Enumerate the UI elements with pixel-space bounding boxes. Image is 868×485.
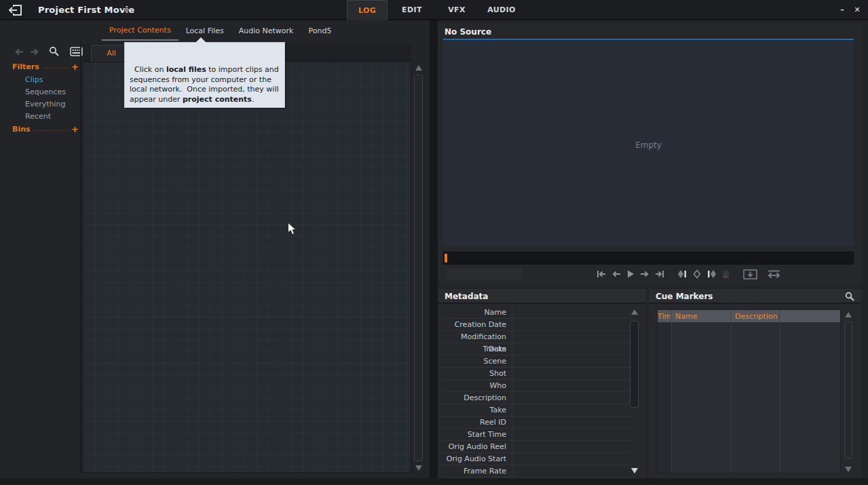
metadata-field-value[interactable] [512,319,631,330]
filter-item[interactable]: Clips [25,75,78,85]
metadata-field-value[interactable] [512,465,631,477]
local-files-tooltip: Click on local files to import clips and… [124,42,285,108]
bins-title[interactable]: Bins [12,125,31,134]
search-icon[interactable] [49,46,60,57]
keep-clip-icon[interactable] [721,269,731,279]
metadata-panel: Metadata Name Creation Date Modification… [438,289,646,478]
scrollbar-thumb[interactable] [414,75,423,461]
browser-tab[interactable]: Pond5 [301,23,339,41]
metadata-field-value[interactable] [512,429,631,440]
metadata-field-label: Modification Date [442,331,512,343]
filters-title[interactable]: Filters [12,62,39,71]
window-bottom-edge [0,478,868,485]
content-scrollbar[interactable] [413,64,424,472]
metadata-field-value[interactable] [512,392,631,404]
cue-markers-scrollbar[interactable] [843,311,854,473]
metadata-field-value[interactable] [512,307,631,318]
room-tab[interactable]: AUDIO [481,0,522,20]
metadata-field-value[interactable] [512,441,631,452]
metadata-row: Who [442,380,631,392]
playhead-marker[interactable] [445,254,447,263]
scrollbar-thumb[interactable] [844,322,852,459]
project-menu-caret-icon[interactable] [123,9,130,13]
metadata-field-value[interactable] [512,331,631,343]
scrollbar-thumb[interactable] [630,321,639,408]
scroll-down-icon[interactable] [845,467,852,472]
cue-column-label: Timecode [658,312,671,321]
back-arrow-icon[interactable] [14,47,24,56]
window-controls: – ✕ [837,0,863,20]
filters-group-header: Filters + [12,62,79,72]
exit-project-button[interactable] [7,3,23,17]
metadata-field-label: Start Time [442,429,512,440]
room-tab[interactable]: LOG [347,0,388,20]
metadata-row: Creation Date [442,319,631,331]
add-bin-button[interactable]: + [71,125,79,134]
metadata-field-value[interactable] [512,343,631,355]
filter-item[interactable]: Recent [25,111,78,122]
metadata-rows: Name Creation Date Modification Date Tra… [442,307,631,478]
column-divider [671,323,672,473]
metadata-title: Metadata [445,292,488,301]
scroll-down-icon[interactable] [415,465,422,471]
browser-toolbar [14,45,83,58]
forward-arrow-icon[interactable] [30,47,40,56]
metadata-field-value[interactable] [512,368,631,379]
filter-item-label: Everything [25,100,66,109]
send-to-timeline-icon[interactable] [743,269,757,279]
metadata-field-label: Description [442,392,512,404]
fit-width-icon[interactable] [767,269,781,279]
step-forward-icon[interactable] [639,269,650,279]
scroll-up-icon[interactable] [631,309,638,315]
metadata-field-value[interactable] [512,404,631,416]
room-tab[interactable]: VFX [436,0,477,20]
project-contents-area[interactable] [83,62,411,473]
filter-item[interactable]: Sequences [25,87,78,98]
add-filter-button[interactable]: + [71,62,79,71]
dotted-leader [42,68,69,69]
browser-tab-label: Local Files [186,26,224,35]
metadata-field-label: Reel ID [442,416,512,428]
room-tab[interactable]: EDIT [392,0,432,20]
scroll-down-icon[interactable] [631,468,638,473]
main-room-tabs: LOG EDIT VFX AUDIO [347,0,522,20]
metadata-scrollbar[interactable] [628,308,640,475]
go-to-end-icon[interactable] [654,269,665,279]
step-back-icon[interactable] [611,269,622,279]
mark-in-icon[interactable] [677,269,687,279]
cue-column-header[interactable]: Description [731,310,780,322]
browser-tab[interactable]: Audio Network [231,23,301,41]
add-marker-icon[interactable] [692,269,702,279]
close-button[interactable]: ✕ [852,4,863,16]
panel-divider[interactable] [430,20,438,485]
mark-out-icon[interactable] [706,269,717,279]
metadata-field-label: Scene [442,355,512,367]
metadata-field-value[interactable] [512,416,631,428]
filter-item[interactable]: Everything [25,99,78,110]
metadata-row: Modification Date [442,331,631,343]
viewer-timeline[interactable] [443,252,854,265]
go-to-start-icon[interactable] [596,269,607,279]
metadata-field-value[interactable] [512,453,631,465]
browser-tab[interactable]: Project Contents [102,23,178,41]
browser-tabs: Project Contents Local Files Audio Netwo… [102,23,339,41]
project-title: Project First Movie [38,0,134,20]
scroll-up-icon[interactable] [415,65,422,71]
scroll-up-icon[interactable] [845,312,852,317]
metadata-field-label: Tracks [442,343,512,355]
cue-column-header[interactable]: Name [671,310,731,322]
viewer-display[interactable]: Empty [443,40,854,246]
metadata-field-value[interactable] [512,380,631,391]
filter-item-label: Recent [25,112,51,121]
minimize-button[interactable]: – [837,4,848,16]
metadata-field-label: Orig Audio Reel [442,441,512,452]
play-icon[interactable] [626,269,635,279]
metadata-row: Tracks [442,343,631,355]
metadata-row: Start Time [442,429,631,441]
cue-markers-panel: Cue Markers Timecode Name Description [649,289,861,478]
metadata-field-value[interactable] [512,355,631,367]
cue-column-header[interactable]: Timecode [658,310,671,322]
metadata-row: Frame Rate [442,465,631,478]
search-icon[interactable] [845,292,854,302]
cue-table-header: Timecode Name Description [658,310,840,323]
